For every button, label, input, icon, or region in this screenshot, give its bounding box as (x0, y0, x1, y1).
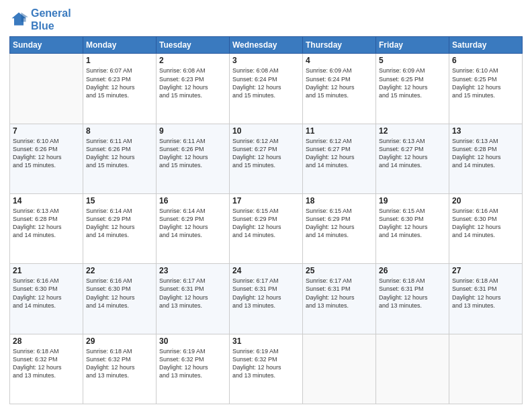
day-number: 17 (232, 196, 300, 205)
page: General Blue SundayMondayTuesdayWednesda… (0, 0, 532, 411)
calendar-cell: 14Sunrise: 6:13 AM Sunset: 6:28 PM Dayli… (10, 194, 83, 264)
day-info: Sunrise: 6:16 AM Sunset: 6:30 PM Dayligh… (86, 277, 153, 310)
day-info: Sunrise: 6:18 AM Sunset: 6:32 PM Dayligh… (13, 347, 80, 380)
day-number: 16 (159, 196, 226, 205)
day-number: 9 (159, 126, 226, 136)
svg-marker-1 (21, 13, 29, 22)
day-number: 6 (452, 56, 519, 65)
day-number: 24 (232, 266, 300, 275)
day-number: 18 (306, 196, 373, 205)
calendar-cell: 18Sunrise: 6:15 AM Sunset: 6:29 PM Dayli… (303, 194, 376, 264)
day-info: Sunrise: 6:16 AM Sunset: 6:30 PM Dayligh… (452, 207, 519, 240)
calendar-cell: 26Sunrise: 6:18 AM Sunset: 6:31 PM Dayli… (376, 264, 449, 334)
day-number: 31 (232, 336, 300, 346)
day-number: 13 (452, 126, 519, 136)
day-info: Sunrise: 6:19 AM Sunset: 6:32 PM Dayligh… (159, 347, 226, 380)
calendar-cell: 12Sunrise: 6:13 AM Sunset: 6:27 PM Dayli… (376, 124, 449, 193)
day-number: 21 (13, 266, 80, 275)
calendar-cell (303, 334, 376, 404)
day-info: Sunrise: 6:17 AM Sunset: 6:31 PM Dayligh… (232, 277, 300, 310)
day-info: Sunrise: 6:07 AM Sunset: 6:23 PM Dayligh… (86, 66, 153, 99)
calendar-table: SundayMondayTuesdayWednesdayThursdayFrid… (9, 36, 523, 404)
day-number: 7 (13, 126, 80, 136)
calendar-week-4: 28Sunrise: 6:18 AM Sunset: 6:32 PM Dayli… (10, 334, 523, 404)
calendar-cell: 15Sunrise: 6:14 AM Sunset: 6:29 PM Dayli… (83, 194, 157, 264)
calendar-cell: 19Sunrise: 6:15 AM Sunset: 6:30 PM Dayli… (376, 194, 449, 264)
day-info: Sunrise: 6:12 AM Sunset: 6:27 PM Dayligh… (306, 137, 373, 170)
calendar-cell: 24Sunrise: 6:17 AM Sunset: 6:31 PM Dayli… (230, 264, 303, 334)
calendar-cell: 28Sunrise: 6:18 AM Sunset: 6:32 PM Dayli… (10, 334, 83, 404)
day-info: Sunrise: 6:13 AM Sunset: 6:27 PM Dayligh… (379, 137, 446, 170)
day-number: 3 (232, 56, 300, 65)
calendar-cell: 10Sunrise: 6:12 AM Sunset: 6:27 PM Dayli… (230, 124, 303, 193)
day-number: 25 (306, 266, 373, 275)
calendar-cell: 13Sunrise: 6:13 AM Sunset: 6:28 PM Dayli… (449, 124, 523, 193)
day-info: Sunrise: 6:11 AM Sunset: 6:26 PM Dayligh… (86, 137, 153, 170)
calendar-week-1: 7Sunrise: 6:10 AM Sunset: 6:26 PM Daylig… (10, 124, 523, 193)
day-header-tuesday: Tuesday (157, 37, 230, 54)
day-info: Sunrise: 6:14 AM Sunset: 6:29 PM Dayligh… (86, 207, 153, 240)
calendar-cell: 30Sunrise: 6:19 AM Sunset: 6:32 PM Dayli… (157, 334, 230, 404)
day-header-saturday: Saturday (449, 37, 523, 54)
calendar-cell: 31Sunrise: 6:19 AM Sunset: 6:32 PM Dayli… (230, 334, 303, 404)
day-number: 29 (86, 336, 153, 346)
logo-icon (9, 10, 28, 29)
day-header-monday: Monday (83, 37, 157, 54)
day-info: Sunrise: 6:15 AM Sunset: 6:30 PM Dayligh… (379, 207, 446, 240)
calendar-cell: 16Sunrise: 6:14 AM Sunset: 6:29 PM Dayli… (157, 194, 230, 264)
day-number: 22 (86, 266, 153, 275)
header: General Blue (9, 7, 523, 32)
calendar-header-row: SundayMondayTuesdayWednesdayThursdayFrid… (10, 37, 523, 54)
day-number: 23 (159, 266, 226, 275)
calendar-cell: 23Sunrise: 6:17 AM Sunset: 6:31 PM Dayli… (157, 264, 230, 334)
day-number: 2 (159, 56, 226, 65)
calendar-cell: 6Sunrise: 6:10 AM Sunset: 6:25 PM Daylig… (449, 54, 523, 124)
day-info: Sunrise: 6:18 AM Sunset: 6:31 PM Dayligh… (379, 277, 446, 310)
calendar-cell: 17Sunrise: 6:15 AM Sunset: 6:29 PM Dayli… (230, 194, 303, 264)
calendar-cell (10, 54, 83, 124)
day-info: Sunrise: 6:11 AM Sunset: 6:26 PM Dayligh… (159, 137, 226, 170)
calendar-cell: 5Sunrise: 6:09 AM Sunset: 6:25 PM Daylig… (376, 54, 449, 124)
day-info: Sunrise: 6:10 AM Sunset: 6:25 PM Dayligh… (452, 66, 519, 99)
calendar-cell (376, 334, 449, 404)
day-info: Sunrise: 6:12 AM Sunset: 6:27 PM Dayligh… (232, 137, 300, 170)
calendar-cell: 2Sunrise: 6:08 AM Sunset: 6:23 PM Daylig… (157, 54, 230, 124)
calendar-cell: 20Sunrise: 6:16 AM Sunset: 6:30 PM Dayli… (449, 194, 523, 264)
day-info: Sunrise: 6:13 AM Sunset: 6:28 PM Dayligh… (452, 137, 519, 170)
day-number: 1 (86, 56, 153, 65)
day-number: 4 (306, 56, 373, 65)
calendar-cell: 29Sunrise: 6:18 AM Sunset: 6:32 PM Dayli… (83, 334, 157, 404)
day-info: Sunrise: 6:15 AM Sunset: 6:29 PM Dayligh… (232, 207, 300, 240)
calendar-cell (449, 334, 523, 404)
day-header-wednesday: Wednesday (230, 37, 303, 54)
logo-text: General Blue (31, 7, 71, 32)
calendar-week-3: 21Sunrise: 6:16 AM Sunset: 6:30 PM Dayli… (10, 264, 523, 334)
day-info: Sunrise: 6:15 AM Sunset: 6:29 PM Dayligh… (306, 207, 373, 240)
day-info: Sunrise: 6:08 AM Sunset: 6:24 PM Dayligh… (232, 66, 300, 99)
day-info: Sunrise: 6:08 AM Sunset: 6:23 PM Dayligh… (159, 66, 226, 99)
calendar-week-0: 1Sunrise: 6:07 AM Sunset: 6:23 PM Daylig… (10, 54, 523, 124)
day-info: Sunrise: 6:18 AM Sunset: 6:31 PM Dayligh… (452, 277, 519, 310)
day-number: 27 (452, 266, 519, 275)
calendar-cell: 21Sunrise: 6:16 AM Sunset: 6:30 PM Dayli… (10, 264, 83, 334)
calendar-cell: 1Sunrise: 6:07 AM Sunset: 6:23 PM Daylig… (83, 54, 157, 124)
calendar-cell: 9Sunrise: 6:11 AM Sunset: 6:26 PM Daylig… (157, 124, 230, 193)
day-info: Sunrise: 6:19 AM Sunset: 6:32 PM Dayligh… (232, 347, 300, 380)
day-number: 28 (13, 336, 80, 346)
calendar-cell: 7Sunrise: 6:10 AM Sunset: 6:26 PM Daylig… (10, 124, 83, 193)
day-info: Sunrise: 6:13 AM Sunset: 6:28 PM Dayligh… (13, 207, 80, 240)
day-info: Sunrise: 6:09 AM Sunset: 6:25 PM Dayligh… (379, 66, 446, 99)
day-info: Sunrise: 6:14 AM Sunset: 6:29 PM Dayligh… (159, 207, 226, 240)
day-header-sunday: Sunday (10, 37, 83, 54)
day-info: Sunrise: 6:16 AM Sunset: 6:30 PM Dayligh… (13, 277, 80, 310)
day-number: 14 (13, 196, 80, 205)
calendar-cell: 22Sunrise: 6:16 AM Sunset: 6:30 PM Dayli… (83, 264, 157, 334)
day-info: Sunrise: 6:17 AM Sunset: 6:31 PM Dayligh… (159, 277, 226, 310)
day-number: 15 (86, 196, 153, 205)
day-info: Sunrise: 6:17 AM Sunset: 6:31 PM Dayligh… (306, 277, 373, 310)
day-number: 11 (306, 126, 373, 136)
day-number: 26 (379, 266, 446, 275)
calendar-cell: 27Sunrise: 6:18 AM Sunset: 6:31 PM Dayli… (449, 264, 523, 334)
day-number: 19 (379, 196, 446, 205)
calendar-cell: 8Sunrise: 6:11 AM Sunset: 6:26 PM Daylig… (83, 124, 157, 193)
